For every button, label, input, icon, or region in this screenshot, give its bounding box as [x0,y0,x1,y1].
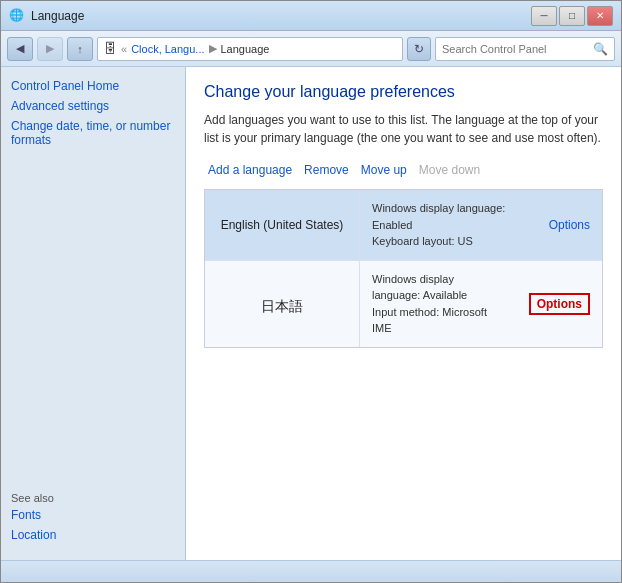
sidebar-control-panel-home[interactable]: Control Panel Home [11,79,175,93]
page-title: Change your language preferences [204,83,603,101]
sidebar-date-time[interactable]: Change date, time, or number formats [11,119,175,147]
language-item-japanese[interactable]: 日本語 Windows display language: AvailableI… [205,261,602,347]
search-box: 🔍 [435,37,615,61]
action-row: Add a language Remove Move up Move down [204,161,603,179]
minimize-button[interactable]: ─ [531,6,557,26]
lang-name-english-text: English (United States) [221,218,344,232]
move-down-link[interactable]: Move down [415,161,484,179]
lang-name-japanese: 日本語 [205,261,360,347]
title-bar-left: 🌐 Language [9,8,84,24]
content-area: Change your language preferences Add lan… [186,67,621,560]
search-icon[interactable]: 🔍 [593,42,608,56]
window-icon: 🌐 [9,8,25,24]
sidebar-location[interactable]: Location [11,528,175,542]
sidebar: Control Panel Home Advanced settings Cha… [1,67,186,560]
title-bar: 🌐 Language ─ □ ✕ [1,1,621,31]
breadcrumb-clock-link[interactable]: Clock, Langu... [131,43,204,55]
main-content: Control Panel Home Advanced settings Cha… [1,67,621,560]
window-title: Language [31,9,84,23]
remove-link[interactable]: Remove [300,161,353,179]
lang-name-japanese-text: 日本語 [261,298,303,316]
content-wrapper: Control Panel Home Advanced settings Cha… [1,67,621,560]
see-also-label: See also [11,492,175,504]
back-button[interactable]: ◀ [7,37,33,61]
lang-name-english: English (United States) [205,190,360,260]
breadcrumb-current: Language [221,43,270,55]
forward-button[interactable]: ▶ [37,37,63,61]
options-link-japanese[interactable]: Options [529,293,590,315]
maximize-button[interactable]: □ [559,6,585,26]
refresh-icon: ↻ [414,42,424,56]
breadcrumb-arrow: ▶ [209,42,217,55]
address-bar: ◀ ▶ ↑ 🗄 « Clock, Langu... ▶ Language ↻ 🔍 [1,31,621,67]
up-button[interactable]: ↑ [67,37,93,61]
lang-options-japanese: Options [517,261,602,347]
lang-details-japanese: Windows display language: AvailableInput… [360,261,517,347]
up-icon: ↑ [77,43,83,55]
language-list: English (United States) Windows display … [204,189,603,348]
bottom-bar [1,560,621,582]
lang-details-english: Windows display language: EnabledKeyboar… [360,190,537,260]
sidebar-fonts[interactable]: Fonts [11,508,175,522]
sidebar-advanced-settings[interactable]: Advanced settings [11,99,175,113]
page-description: Add languages you want to use to this li… [204,111,603,147]
refresh-button[interactable]: ↻ [407,37,431,61]
window: 🌐 Language ─ □ ✕ ◀ ▶ ↑ 🗄 « Clock, Langu.… [0,0,622,583]
search-input[interactable] [442,43,589,55]
options-link-english[interactable]: Options [549,218,590,232]
forward-icon: ▶ [46,42,54,55]
breadcrumb-icon: 🗄 [104,41,117,56]
add-language-link[interactable]: Add a language [204,161,296,179]
breadcrumb-bar: 🗄 « Clock, Langu... ▶ Language [97,37,403,61]
language-item-english[interactable]: English (United States) Windows display … [205,190,602,261]
close-button[interactable]: ✕ [587,6,613,26]
back-icon: ◀ [16,42,24,55]
lang-options-english: Options [537,190,602,260]
move-up-link[interactable]: Move up [357,161,411,179]
breadcrumb-sep1: « [121,43,127,55]
title-controls: ─ □ ✕ [531,6,613,26]
